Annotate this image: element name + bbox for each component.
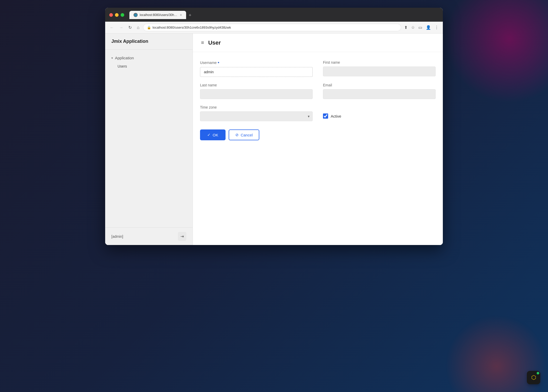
sidebar-group-application: ▾ Application Users <box>105 54 193 70</box>
sidebar-group-application-header[interactable]: ▾ Application <box>108 54 189 62</box>
profile-button[interactable]: 👤 <box>425 24 432 31</box>
minimize-window-button[interactable] <box>115 13 119 17</box>
form-row-1: Username • First name <box>200 60 436 77</box>
cancel-button[interactable]: ⊘ Cancel <box>229 129 260 140</box>
refresh-button[interactable]: ↻ <box>127 24 133 31</box>
logout-icon: ⇥ <box>180 234 184 239</box>
form-actions: ✓ OK ⊘ Cancel <box>200 129 436 140</box>
first-name-label: First name <box>323 60 436 64</box>
tab-title: localhost:8080/users/30h1cre... <box>140 13 178 17</box>
sidebar-toggle-button[interactable]: ▭ <box>417 24 423 31</box>
home-button[interactable]: ⌂ <box>135 24 141 31</box>
browser-titlebar: 🌐 localhost:8080/users/30h1cre... × + <box>105 8 443 22</box>
page-title: User <box>208 39 221 46</box>
email-label: Email <box>323 83 436 87</box>
active-label[interactable]: Active <box>331 114 341 118</box>
ok-button[interactable]: ✓ OK <box>200 129 226 140</box>
chevron-down-icon: ▾ <box>111 56 113 60</box>
username-input[interactable] <box>200 67 313 77</box>
hamburger-menu-button[interactable]: ≡ <box>200 39 205 47</box>
main-header: ≡ User <box>193 34 443 52</box>
maximize-window-button[interactable] <box>121 13 124 17</box>
close-window-button[interactable] <box>109 13 113 17</box>
time-zone-label: Time zone <box>200 105 313 109</box>
ok-label: OK <box>213 133 218 137</box>
last-name-input[interactable] <box>200 89 313 99</box>
sidebar: Jmix Application ▾ Application Users [ad… <box>105 34 193 245</box>
username-label: Username • <box>200 60 313 65</box>
cancel-label: Cancel <box>241 133 253 137</box>
menu-button[interactable]: ⋮ <box>434 24 440 31</box>
user-form: Username • First name <box>193 52 443 149</box>
form-row-3: Time zone ▾ Active <box>200 105 436 121</box>
tab-bar: 🌐 localhost:8080/users/30h1cre... × + <box>129 11 194 19</box>
wayfinder-icon: ⬡ <box>531 374 536 381</box>
back-button[interactable]: ← <box>108 24 115 31</box>
first-name-field: First name <box>323 60 436 77</box>
last-name-field: Last name <box>200 83 313 99</box>
address-bar[interactable]: 🔒 localhost:8080/users/30h1cre6v1893s9hy… <box>143 24 401 31</box>
required-indicator: • <box>218 60 219 65</box>
new-tab-button[interactable]: + <box>187 12 194 19</box>
active-tab[interactable]: 🌐 localhost:8080/users/30h1cre... × <box>129 11 186 19</box>
url-text: localhost:8080/users/30h1cre6v1893s9hyzy… <box>153 26 397 29</box>
wayfinder-widget[interactable]: ⬡ <box>527 371 540 384</box>
main-content: ≡ User Username • First <box>193 34 443 245</box>
tab-close-icon[interactable]: × <box>180 13 182 17</box>
sidebar-footer: [admin] ⇥ <box>105 227 193 245</box>
share-button[interactable]: ⬆ <box>403 24 409 31</box>
browser-nav: ← → ↻ ⌂ 🔒 localhost:8080/users/30h1cre6v… <box>105 22 443 34</box>
app-layout: Jmix Application ▾ Application Users [ad… <box>105 34 443 245</box>
current-user-label: [admin] <box>111 234 123 239</box>
browser-window: 🌐 localhost:8080/users/30h1cre... × + ← … <box>105 8 443 245</box>
sidebar-nav: ▾ Application Users <box>105 50 193 227</box>
sidebar-item-users[interactable]: Users <box>108 62 189 70</box>
sidebar-users-label: Users <box>118 64 127 68</box>
active-checkbox-row: Active <box>323 111 436 119</box>
ok-icon: ✓ <box>207 133 211 137</box>
hamburger-icon: ≡ <box>201 40 204 45</box>
tab-favicon: 🌐 <box>134 13 138 17</box>
forward-button[interactable]: → <box>118 24 125 31</box>
time-zone-select[interactable] <box>200 111 313 121</box>
browser-action-buttons: ⬆ ☆ ▭ 👤 ⋮ <box>403 24 440 31</box>
wayfinder-online-indicator <box>537 372 539 374</box>
username-field: Username • <box>200 60 313 77</box>
active-checkbox[interactable] <box>323 113 328 119</box>
app-title: Jmix Application <box>111 39 148 44</box>
form-row-2: Last name Email <box>200 83 436 99</box>
active-field: Active <box>323 105 436 121</box>
first-name-input[interactable] <box>323 67 436 76</box>
secure-icon: 🔒 <box>147 26 151 29</box>
email-field: Email <box>323 83 436 99</box>
logout-button[interactable]: ⇥ <box>178 232 186 241</box>
sidebar-header: Jmix Application <box>105 34 193 50</box>
browser-controls: 🌐 localhost:8080/users/30h1cre... × + <box>109 11 439 19</box>
last-name-label: Last name <box>200 83 313 87</box>
cancel-icon: ⊘ <box>235 133 239 137</box>
sidebar-group-label: Application <box>115 56 134 60</box>
bookmark-button[interactable]: ☆ <box>410 24 416 31</box>
email-input[interactable] <box>323 89 436 99</box>
time-zone-field: Time zone ▾ <box>200 105 313 121</box>
time-zone-select-wrapper: ▾ <box>200 111 313 121</box>
